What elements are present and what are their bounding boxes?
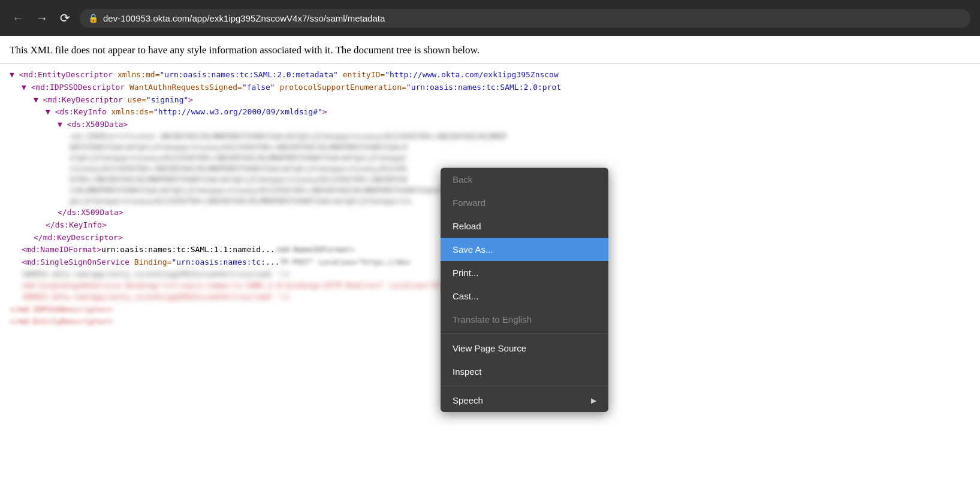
menu-item-reload[interactable]: Reload (441, 214, 608, 238)
menu-separator-2 (441, 386, 608, 386)
menu-item-forward-label: Forward (453, 198, 486, 208)
menu-item-cast-label: Cast... (453, 291, 478, 301)
url-text: dev-100953.okta.com/app/exk1ipg395Znscow… (103, 13, 385, 23)
reload-button[interactable]: ⟳ (58, 10, 73, 26)
menu-item-back[interactable]: Back (441, 168, 608, 191)
menu-item-print-label: Print... (453, 268, 478, 278)
page-content: This XML file does not appear to have an… (0, 36, 980, 333)
menu-item-inspect-label: Inspect (453, 366, 481, 377)
menu-item-cast[interactable]: Cast... (441, 284, 608, 308)
menu-item-speech-label: Speech (453, 395, 483, 405)
menu-separator-1 (441, 334, 608, 334)
menu-item-translate-label: Translate to English (453, 314, 532, 325)
url-bar[interactable]: 🔒 dev-100953.okta.com/app/exk1ipg395Znsc… (80, 9, 970, 28)
lock-icon: 🔒 (88, 13, 98, 23)
forward-button[interactable]: → (34, 10, 50, 26)
context-menu-overlay: Back Forward Reload Save As... Print... … (0, 36, 980, 333)
menu-item-forward[interactable]: Forward (441, 191, 608, 214)
context-menu: Back Forward Reload Save As... Print... … (441, 168, 608, 412)
menu-item-print[interactable]: Print... (441, 261, 608, 284)
browser-toolbar: ← → ⟳ 🔒 dev-100953.okta.com/app/exk1ipg3… (0, 0, 980, 36)
menu-item-back-label: Back (453, 174, 472, 184)
back-button[interactable]: ← (10, 10, 26, 26)
menu-item-save-as[interactable]: Save As... (441, 238, 608, 261)
menu-item-view-source-label: View Page Source (453, 343, 526, 353)
menu-item-translate[interactable]: Translate to English (441, 308, 608, 331)
menu-item-view-source[interactable]: View Page Source (441, 337, 608, 360)
menu-item-speech[interactable]: Speech ▶ (441, 389, 608, 412)
menu-item-save-as-label: Save As... (453, 244, 493, 254)
menu-item-inspect[interactable]: Inspect (441, 360, 608, 383)
menu-item-reload-label: Reload (453, 221, 481, 231)
chevron-right-icon: ▶ (591, 396, 596, 405)
